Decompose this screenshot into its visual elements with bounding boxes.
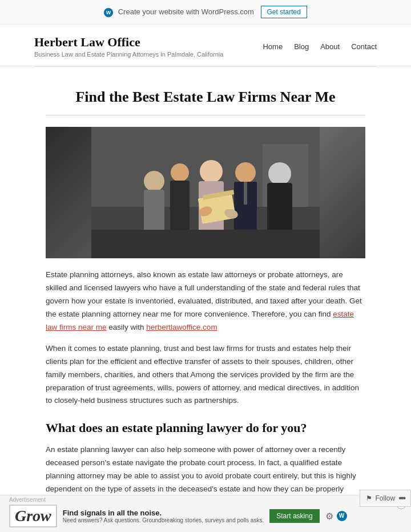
hero-image <box>46 127 365 258</box>
main-content: Find the Best Estate Law Firms Near Me <box>34 67 377 532</box>
ad-icons: ⚙ W <box>325 511 347 522</box>
ad-cta-button[interactable]: Start asking <box>269 509 319 523</box>
site-tagline: Business Law and Estate Planning Attorne… <box>34 51 223 58</box>
follow-flag-icon: ⚑ <box>366 494 372 502</box>
follow-bar: ⚑ Follow ••• <box>360 490 412 507</box>
ad-subtext: Need answers? Ask questions. Groundbreak… <box>63 517 264 523</box>
wordpress-icon: W <box>104 8 113 17</box>
get-started-button[interactable]: Get started <box>261 6 307 18</box>
site-title: Herbert Law Office <box>34 35 223 50</box>
herbertlawoffice-link[interactable]: herbertlawoffice.com <box>146 323 217 331</box>
section1-heading: What does an estate planning lawyer do f… <box>46 420 365 437</box>
ad-wp-icon: W <box>337 511 347 521</box>
title-divider <box>46 115 365 115</box>
ad-label: Advertisement <box>9 497 46 503</box>
page-title: Find the Best Estate Law Firms Near Me <box>46 89 365 106</box>
nav-contact[interactable]: Contact <box>351 42 377 51</box>
second-paragraph: When it comes to estate planning, trust … <box>46 342 365 408</box>
svg-rect-19 <box>91 127 320 258</box>
nav-about[interactable]: About <box>320 42 340 51</box>
ad-inner: Grow Find signals in all the noise. Need… <box>9 505 347 527</box>
wordpress-top-bar: W Create your website with WordPress.com… <box>0 0 411 25</box>
follow-dots-icon[interactable]: ••• <box>398 493 405 503</box>
main-nav: Home Blog About Contact <box>263 42 377 51</box>
nav-blog[interactable]: Blog <box>294 42 309 51</box>
ad-text-block: Find signals in all the noise. Need answ… <box>63 509 264 523</box>
intro-paragraph: Estate planning attorneys, also known as… <box>46 269 365 334</box>
advertisement-bar: Advertisement Grow Find signals in all t… <box>0 495 411 532</box>
ad-headline: Find signals in all the noise. <box>63 509 264 517</box>
ad-settings-icon: ⚙ <box>325 511 333 522</box>
follow-label[interactable]: Follow <box>376 494 396 502</box>
site-branding: Herbert Law Office Business Law and Esta… <box>34 35 223 58</box>
ad-logo: Grow <box>9 505 57 527</box>
nav-home[interactable]: Home <box>263 42 283 51</box>
topbar-text: Create your website with WordPress.com <box>118 7 254 16</box>
hero-svg <box>46 127 365 258</box>
site-header: Herbert Law Office Business Law and Esta… <box>0 25 411 66</box>
